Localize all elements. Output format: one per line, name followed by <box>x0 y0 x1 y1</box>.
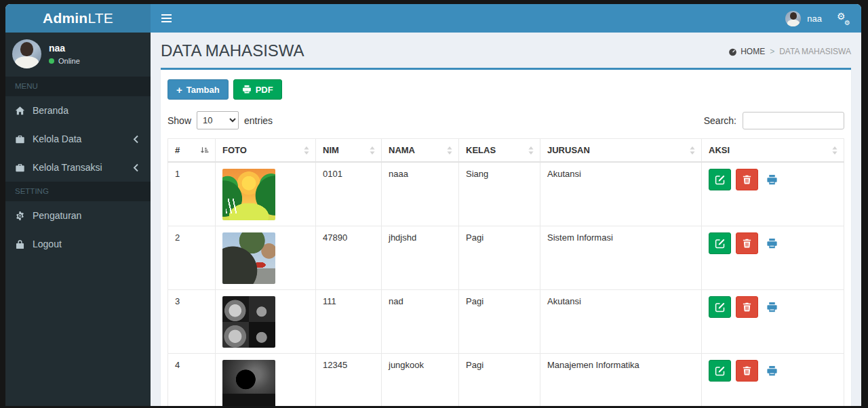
lock-icon <box>15 239 25 249</box>
data-box: + Tambah PDF Show 10 entries <box>161 68 851 406</box>
logo-light-text: LTE <box>87 10 113 26</box>
edit-button[interactable] <box>709 169 731 190</box>
logo-bold-text: Admin <box>43 10 87 26</box>
navbar-user-name: naa <box>807 14 822 24</box>
cell-kelas: Siang <box>459 162 540 226</box>
app-logo[interactable]: AdminLTE <box>5 4 151 33</box>
online-status-dot <box>49 58 54 64</box>
print-button[interactable] <box>766 174 778 186</box>
pdf-button[interactable]: PDF <box>233 79 282 100</box>
navbar-user-menu[interactable]: naa <box>777 4 830 33</box>
sort-icon <box>446 146 453 155</box>
pdf-button-label: PDF <box>256 85 273 95</box>
main-layout: naa Online MENU Beranda Kelola Data <box>5 33 861 406</box>
column-header-kelas[interactable]: KELAS <box>459 139 540 163</box>
print-button[interactable] <box>766 238 778 249</box>
cogs-icon: ⚙ ⚙ <box>837 12 850 24</box>
user-name: naa <box>49 43 80 54</box>
chevron-left-icon <box>131 163 141 173</box>
briefcase-icon <box>15 163 25 173</box>
trash-icon <box>742 302 752 312</box>
entries-label: entries <box>244 115 273 126</box>
student-photo <box>222 360 275 406</box>
cell-nim: 47890 <box>316 226 382 290</box>
trash-icon <box>742 238 752 249</box>
home-icon <box>15 106 25 116</box>
edit-icon <box>715 365 726 376</box>
cell-aksi <box>702 226 844 290</box>
breadcrumb-home-link[interactable]: HOME <box>728 47 765 56</box>
delete-button[interactable] <box>736 169 758 190</box>
sort-icon <box>369 146 376 155</box>
add-button-label: Tambah <box>186 85 220 95</box>
print-button[interactable] <box>766 365 778 377</box>
cell-nim: 12345 <box>316 354 382 407</box>
breadcrumb: HOME > DATA MAHASISWA <box>728 47 851 56</box>
sidebar-item-beranda[interactable]: Beranda <box>5 96 151 125</box>
sidebar-item-label: Kelola Transaksi <box>33 162 102 173</box>
column-header-jurusan[interactable]: JURUSAN <box>540 139 702 163</box>
column-header-nim[interactable]: NIM <box>316 139 382 163</box>
cell-aksi <box>702 290 844 354</box>
delete-button[interactable] <box>736 232 758 254</box>
cell-nim: 111 <box>316 290 382 354</box>
print-button[interactable] <box>766 302 778 313</box>
window-frame: AdminLTE naa ⚙ ⚙ <box>0 0 868 408</box>
printer-icon <box>766 365 778 377</box>
cell-foto <box>216 290 316 354</box>
sidebar-item-label: Kelola Data <box>33 134 81 144</box>
top-navbar: AdminLTE naa ⚙ ⚙ <box>5 4 861 33</box>
sidebar-item-kelola-data[interactable]: Kelola Data <box>5 125 151 153</box>
column-label: AKSI <box>709 145 730 155</box>
page-size-select[interactable]: 10 <box>197 111 239 129</box>
column-header-foto[interactable]: FOTO <box>216 139 316 163</box>
gear-glyph-small: ⚙ <box>844 19 850 26</box>
cell-foto <box>216 162 316 226</box>
edit-icon <box>715 174 726 185</box>
page-title: DATA MAHASISWA <box>161 41 304 60</box>
sidebar-item-kelola-transaksi[interactable]: Kelola Transaksi <box>5 153 151 182</box>
column-label: NIM <box>323 145 339 155</box>
cell-kelas: Pagi <box>459 354 540 407</box>
sort-icon <box>689 146 696 155</box>
cell-jurusan: Manajemen Informatika <box>540 354 702 407</box>
sidebar-item-pengaturan[interactable]: Pengaturan <box>5 201 151 230</box>
cell-nama: jhdjshd <box>382 226 459 290</box>
cell-no: 1 <box>168 162 216 226</box>
cell-jurusan: Sistem Informasi <box>540 226 702 290</box>
column-header-no[interactable]: # <box>168 139 216 163</box>
dashboard-icon <box>728 47 737 56</box>
table-header-row: # FOTO NIM <box>168 139 844 163</box>
settings-menu-button[interactable]: ⚙ ⚙ <box>830 4 861 33</box>
breadcrumb-home-label: HOME <box>741 47 765 56</box>
cell-foto <box>216 354 316 407</box>
column-label: # <box>175 145 180 155</box>
briefcase-icon <box>15 134 25 144</box>
sidebar-item-label: Beranda <box>33 105 68 116</box>
edit-button[interactable] <box>709 296 731 318</box>
column-label: NAMA <box>389 145 415 155</box>
user-status[interactable]: Online <box>49 57 80 65</box>
sidebar-toggle-button[interactable] <box>151 4 182 33</box>
edit-button[interactable] <box>709 232 731 254</box>
search-input[interactable] <box>743 112 844 129</box>
edit-button[interactable] <box>709 360 731 382</box>
sidebar-user-panel: naa Online <box>5 33 151 77</box>
add-button[interactable]: + Tambah <box>167 79 229 100</box>
delete-button[interactable] <box>736 296 758 318</box>
cell-nama: jungkook <box>382 354 459 407</box>
navbar-right: naa ⚙ ⚙ <box>777 4 861 33</box>
breadcrumb-current: DATA MAHASISWA <box>779 47 851 56</box>
content-area: DATA MAHASISWA HOME > DATA MAHASISWA + T… <box>151 33 861 406</box>
cell-jurusan: Akutansi <box>540 162 702 226</box>
column-header-nama[interactable]: NAMA <box>382 139 459 163</box>
column-label: FOTO <box>222 145 247 155</box>
sidebar-section-menu: MENU <box>5 77 151 96</box>
delete-button[interactable] <box>736 360 758 382</box>
cell-nama: naaa <box>382 162 459 226</box>
column-header-aksi[interactable]: AKSI <box>702 139 844 163</box>
sidebar-item-label: Logout <box>33 239 62 249</box>
column-label: JURUSAN <box>547 145 590 155</box>
user-info: naa Online <box>49 39 80 65</box>
sidebar-item-logout[interactable]: Logout <box>5 230 151 258</box>
